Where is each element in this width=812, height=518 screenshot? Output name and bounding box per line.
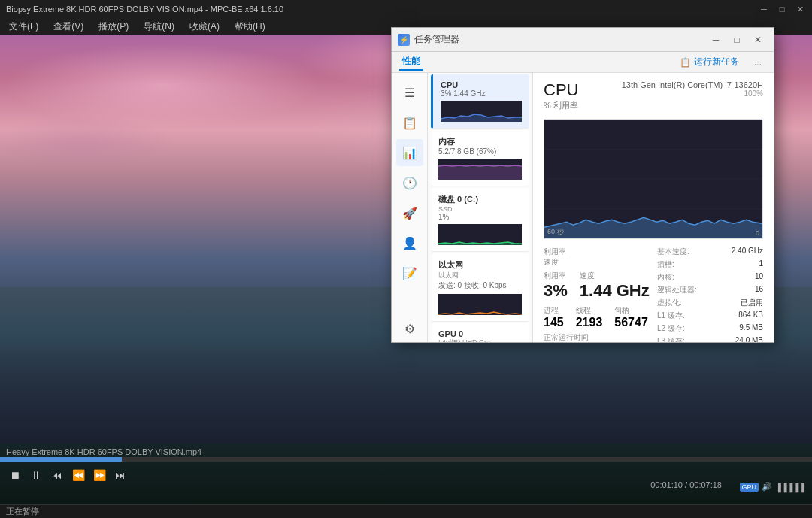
task-manager-window: ⚡ 任务管理器 ─ □ ✕ 性能 📋 运行新任务 ... ☰ 📋 📊 🕐 <box>391 27 774 343</box>
perf-item-cpu[interactable]: CPU 3% 1.44 GHz <box>431 74 529 129</box>
gpu-indicator: GPU <box>740 483 759 492</box>
perf-item-gpu[interactable]: GPU 0 Intel(R) UHD Gra... 54% <box>431 323 529 342</box>
speed-label: 速度 <box>544 257 566 268</box>
cpu-graph: 60 秒 0 <box>544 119 763 239</box>
cores-value: 10 <box>755 272 763 283</box>
sockets-value: 1 <box>759 259 763 270</box>
forward-button[interactable]: ⏩ <box>92 469 107 481</box>
total-time: 00:07:18 <box>689 480 722 489</box>
volume-icon[interactable]: 🔊 <box>762 482 772 492</box>
perf-item-memory[interactable]: 内存 5.2/7.8 GB (67%) <box>431 130 529 186</box>
perf-mem-graph <box>438 159 522 180</box>
stats-proc-thread-handle: 进程 145 线程 2193 句柄 56747 <box>544 305 650 329</box>
cpu-title: CPU <box>544 80 578 100</box>
sidebar-icon-startup[interactable]: 🚀 <box>396 199 423 226</box>
status-text: 正在暂停 <box>6 506 39 517</box>
perf-cpu-usage: 3% 1.44 GHz <box>441 89 522 98</box>
perf-gpu-name: GPU 0 <box>438 329 522 338</box>
perf-eth-usage: 发送: 0 接收: 0 Kbps <box>438 280 522 291</box>
cpu-title-block: CPU % 利用率 <box>544 80 578 114</box>
perf-cpu-graph <box>441 101 522 122</box>
sockets-label: 插槽: <box>657 259 674 270</box>
tm-tab-performance[interactable]: 性能 <box>399 53 423 71</box>
tm-title-left: ⚡ 任务管理器 <box>398 33 459 46</box>
tm-menu-right: 📋 运行新任务 ... <box>675 54 766 70</box>
virt-label: 虚拟化: <box>657 298 682 308</box>
spec-l3: L3 缓存: 24.0 MB <box>657 336 763 342</box>
perf-cpu-name: CPU <box>441 80 522 89</box>
perf-disk-name: 磁盘 0 (C:) <box>438 194 522 205</box>
cpu-model: 13th Gen Intel(R) Core(TM) i7-13620H <box>622 80 763 89</box>
sidebar-icon-hamburger[interactable]: ☰ <box>396 79 423 106</box>
menu-file[interactable]: 文件(F) <box>6 19 41 35</box>
handles-label: 句柄 <box>614 305 648 316</box>
volume-bars: ▐▐▐▐▐ <box>775 483 804 492</box>
tm-title: 任务管理器 <box>414 33 459 46</box>
perf-item-disk[interactable]: 磁盘 0 (C:) SSD 1% <box>431 188 529 252</box>
stat-speed-block: 速度 1.44 GHz <box>580 271 650 301</box>
svg-marker-3 <box>438 165 522 180</box>
tm-app-icon: ⚡ <box>398 34 410 46</box>
menu-nav[interactable]: 导航(N) <box>141 19 177 35</box>
spec-l2: L2 缓存: 9.5 MB <box>657 323 763 334</box>
sidebar-icon-details[interactable]: 📝 <box>396 259 423 286</box>
run-task-button[interactable]: 📋 运行新任务 <box>675 54 744 70</box>
current-time: 00:01:10 <box>650 480 683 489</box>
perf-mem-name: 内存 <box>438 136 522 147</box>
more-options-button[interactable]: ... <box>750 56 766 69</box>
stat-handles: 句柄 56747 <box>614 305 648 329</box>
tm-minimize-button[interactable]: ─ <box>706 32 726 47</box>
l2-label: L2 缓存: <box>657 323 685 334</box>
cpu-subtitle: % 利用率 <box>544 100 578 111</box>
perf-item-ethernet[interactable]: 以太网 以太网 发送: 0 接收: 0 Kbps <box>431 253 529 322</box>
l3-label: L3 缓存: <box>657 336 685 342</box>
sidebar-icon-services[interactable]: ⚙ <box>396 315 423 342</box>
util-value: 3% <box>544 281 568 301</box>
logical-value: 16 <box>755 285 763 295</box>
sidebar-icon-users[interactable]: 👤 <box>396 229 423 256</box>
sidebar-icon-history[interactable]: 🕐 <box>396 169 423 196</box>
menu-play[interactable]: 播放(P) <box>95 19 132 35</box>
tm-body: ☰ 📋 📊 🕐 🚀 👤 📝 ⚙ CPU 3% 1.44 GHz <box>392 73 774 342</box>
time-display: 00:01:10 / 00:07:18 <box>650 480 722 489</box>
l1-value: 864 KB <box>738 310 763 321</box>
pause-button[interactable]: ⏸ <box>29 469 44 481</box>
minimize-button[interactable]: ─ <box>758 3 770 15</box>
tm-window-controls: ─ □ ✕ <box>706 32 768 47</box>
menu-help[interactable]: 帮助(H) <box>232 19 268 35</box>
perf-disk-usage: 1% <box>438 213 522 221</box>
cpu-percent-label: 100% <box>622 89 763 98</box>
graph-label-0: 0 <box>756 229 759 237</box>
threads-label: 线程 <box>576 305 603 316</box>
tm-perf-list: CPU 3% 1.44 GHz 内存 5.2/7.8 GB (67%) <box>428 73 533 342</box>
cpu-right-specs: 基本速度: 2.40 GHz 插槽: 1 内核: 10 逻辑处理器: 16 <box>650 247 763 342</box>
maximize-button[interactable]: □ <box>776 3 788 15</box>
close-button[interactable]: ✕ <box>794 3 806 15</box>
spec-l1: L1 缓存: 864 KB <box>657 310 763 321</box>
l3-value: 24.0 MB <box>735 336 763 342</box>
speed-value: 1.44 GHz <box>580 281 650 301</box>
stop-button[interactable]: ⏹ <box>8 469 23 481</box>
stat-uptime: 正常运行时间 0:00:01:38 <box>544 332 650 342</box>
cpu-left-stats: 利用率 速度 利用率 3% 速度 1.44 GHz <box>544 247 650 342</box>
tm-close-button[interactable]: ✕ <box>748 32 768 47</box>
virt-value: 已启用 <box>741 298 763 308</box>
l2-value: 9.5 MB <box>739 323 763 334</box>
tm-titlebar: ⚡ 任务管理器 ─ □ ✕ <box>392 28 774 52</box>
status-bar: 正在暂停 <box>0 504 812 518</box>
next-button[interactable]: ⏭ <box>113 469 128 481</box>
perf-eth-graph <box>438 294 522 315</box>
base-speed-label: 基本速度: <box>657 247 689 257</box>
tm-maximize-button[interactable]: □ <box>727 32 747 47</box>
filename-text: Heavy Extreme 8K HDR 60FPS DOLBY VISION.… <box>6 447 201 456</box>
sidebar-icon-processes[interactable]: 📋 <box>396 109 423 136</box>
volume-area: GPU 🔊 ▐▐▐▐▐ <box>740 482 804 492</box>
prev-button[interactable]: ⏮ <box>50 469 65 481</box>
sidebar-icon-performance[interactable]: 📊 <box>396 139 423 166</box>
menu-view[interactable]: 查看(V) <box>50 19 86 35</box>
menu-fav[interactable]: 收藏(A) <box>186 19 223 35</box>
perf-eth-name: 以太网 <box>438 259 522 271</box>
stat-threads: 线程 2193 <box>576 305 603 329</box>
cores-label: 内核: <box>657 272 674 283</box>
rewind-button[interactable]: ⏪ <box>71 469 86 481</box>
